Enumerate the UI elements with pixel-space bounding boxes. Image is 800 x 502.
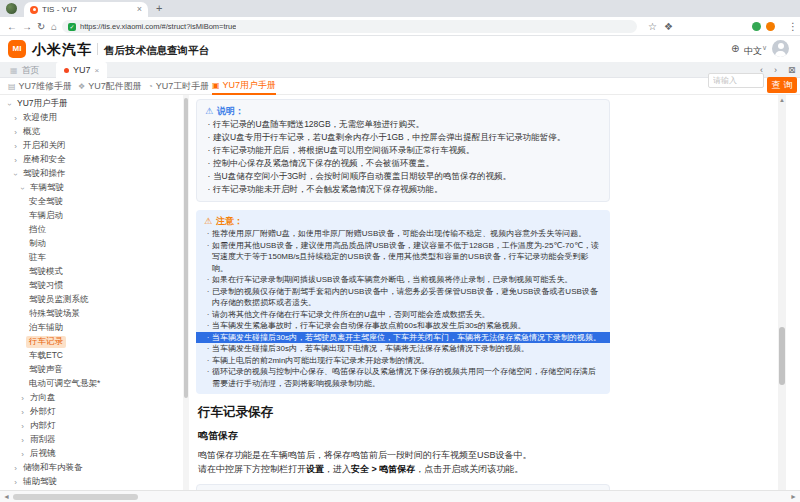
sidebar-item[interactable]: › YU7用户手册 [0, 97, 183, 111]
note-text: 行车记录功能开启后，将根据U盘可以用空间循环录制正常行车视频。 [213, 144, 474, 157]
sidebar-item[interactable]: › 驾驶声音 [0, 363, 183, 377]
search-input[interactable] [708, 73, 764, 88]
reload-icon[interactable]: ↻ [37, 20, 45, 33]
nav-repair-manual[interactable]: ▤ YU7维修手册 [8, 78, 72, 95]
sidebar-item[interactable]: › 车辆驾驶 [0, 181, 183, 195]
extensions-icon[interactable]: ❖ [664, 20, 673, 33]
warning-box: ⚠ 注意： · 推荐使用原厂附赠U盘，如使用非原厂附赠USB设备，可能会出现传输… [196, 210, 610, 394]
forward-icon[interactable]: → [22, 20, 32, 33]
sidebar-item[interactable]: › 概览 [0, 125, 183, 139]
browser-tab[interactable]: TIS - YU7 × [24, 2, 148, 17]
sidebar-item[interactable]: › 驾驶模式 [0, 265, 183, 279]
scrollbar-thumb[interactable] [779, 327, 785, 385]
sidebar-item[interactable]: › 驻车 [0, 251, 183, 265]
sidebar-item[interactable]: › 行车记录 [0, 335, 183, 349]
warning-bullet: · 循环记录的视频与控制中心保存、鸣笛保存以及紧急情况下保存的视频共用同一个存储… [204, 366, 602, 389]
chevron-right-icon: › [11, 464, 20, 473]
search-button[interactable]: 查询 [767, 77, 797, 93]
chevron-right-icon: › [11, 170, 20, 179]
language-switcher[interactable]: 中文 [744, 45, 762, 58]
sidebar-item[interactable]: › 后视镜 [0, 447, 183, 461]
nav-label: YU7维修手册 [19, 80, 73, 93]
close-icon[interactable]: × [95, 66, 100, 75]
sidebar-item[interactable]: › 雨刮器 [0, 433, 183, 447]
horizontal-scrollbar[interactable]: ◄ ► [0, 490, 800, 502]
user-avatar-icon[interactable] [772, 40, 789, 57]
address-bar[interactable]: ✓ https://tis.ev.xiaomi.com/#/struct?isM… [62, 20, 637, 33]
scrollbar-thumb[interactable] [184, 98, 188, 398]
extension-avatar-icon[interactable] [766, 22, 775, 31]
sidebar-item[interactable]: › 电动可调空气悬架* [0, 377, 183, 391]
close-all-tabs-icon[interactable]: ⊠ [788, 65, 796, 75]
chevron-right-icon: › [11, 128, 20, 137]
sidebar-item[interactable]: › 储物和车内装备 [0, 461, 183, 475]
sidebar-item-label: 驾驶模式 [26, 266, 66, 278]
nav-label: YU7用户手册 [223, 79, 277, 92]
tab-dot-icon [64, 68, 69, 73]
tab-home[interactable]: ▦ 首页 [2, 62, 48, 78]
chevron-right-icon: › [18, 422, 27, 431]
nav-labor-manual[interactable]: ◔ YU7工时手册 [148, 78, 209, 95]
warning-bullet: · 已录制的视频仅存储于副驾手套箱内的USB设备中，请您务必妥善保管USB设备，… [204, 286, 602, 309]
tab-home-label: 首页 [22, 64, 40, 77]
warning-text: 车辆上电后的前2min内可能出现行车记录未开始录制的情况。 [212, 355, 429, 367]
back-icon[interactable]: ← [7, 20, 17, 33]
bookmark-star-icon[interactable]: ☆ [648, 20, 657, 33]
url-text: https://tis.ev.xiaomi.com/#/struct?isMiB… [80, 22, 236, 31]
home-icon[interactable]: ⌂ [51, 20, 57, 33]
bullet-dot: · [205, 118, 213, 131]
new-tab-icon[interactable]: + [156, 2, 162, 14]
content-scrollbar[interactable]: ▲ [778, 95, 786, 490]
browser-menu-icon[interactable]: ⋮ [788, 20, 798, 33]
bullet-dot: · [204, 332, 212, 344]
scrollbar-thumb[interactable] [13, 494, 138, 500]
sidebar-item-label: 制动 [26, 238, 49, 250]
sidebar-item[interactable]: › 外部灯 [0, 405, 183, 419]
nav-label: YU7工时手册 [156, 80, 210, 93]
sidebar-item[interactable]: › 车辆启动 [0, 209, 183, 223]
sidebar-item[interactable]: › 开启和关闭 [0, 139, 183, 153]
sidebar-item[interactable]: › 座椅和安全 [0, 153, 183, 167]
sidebar-item-label: 方向盘 [27, 392, 59, 404]
browser-tab-title: TIS - YU7 [42, 5, 133, 14]
sidebar-item[interactable]: › 泊车辅助 [0, 321, 183, 335]
nav-user-manual[interactable]: ▣ YU7用户手册 [212, 78, 276, 95]
sidebar-item[interactable]: › 驾驶员监测系统 [0, 293, 183, 307]
chevron-right-icon: › [11, 156, 20, 165]
sidebar-item[interactable]: › 欢迎使用 [0, 111, 183, 125]
scroll-right-icon[interactable]: ► [790, 493, 797, 500]
note-box: ⚠ 说明： · 行车记录的U盘随车赠送128GB，无需您单独进行购买。 · 建议… [196, 99, 610, 202]
nav-parts-catalog[interactable]: ❖ YU7配件图册 [78, 78, 142, 95]
sidebar-item[interactable]: › 驾驶和操作 [0, 167, 183, 181]
sidebar-item[interactable]: › 特殊驾驶场景 [0, 307, 183, 321]
sidebar-item[interactable]: › 方向盘 [0, 391, 183, 405]
chevron-right-icon: › [18, 394, 27, 403]
site-security-shield-icon[interactable]: ✓ [68, 23, 76, 31]
sidebar-item-label: 驾驶和操作 [20, 168, 69, 180]
sidebar-item[interactable]: › 挡位 [0, 223, 183, 237]
note-text: 行车记录功能未开启时，不会触发紧急情况下保存视频功能。 [213, 183, 443, 196]
chevron-right-icon: › [11, 142, 20, 151]
tab-scroll-right-icon[interactable]: › [774, 65, 777, 75]
extension-avatar-icon[interactable] [752, 22, 761, 31]
subsection-title: 鸣笛保存 [198, 429, 778, 443]
browser-tabstrip: TIS - YU7 × + [0, 0, 800, 17]
note-bullet: · 行车记录的U盘随车赠送128GB，无需您单独进行购买。 [205, 118, 601, 131]
sidebar-item[interactable]: › 内部灯 [0, 419, 183, 433]
scroll-up-icon[interactable]: ▲ [778, 97, 786, 103]
sidebar-scrollbar[interactable] [183, 95, 189, 490]
sidebar-item[interactable]: › 驾驶习惯 [0, 279, 183, 293]
browser-profile-avatar[interactable] [6, 3, 17, 14]
sidebar-item[interactable]: › 制动 [0, 237, 183, 251]
chevron-right-icon: › [18, 184, 27, 193]
tab-yu7[interactable]: YU7 × [56, 62, 107, 78]
scroll-left-icon[interactable]: ◄ [3, 493, 10, 500]
sidebar-item[interactable]: › 车载ETC [0, 349, 183, 363]
sidebar-item[interactable]: › 辅助驾驶 [0, 475, 183, 489]
sidebar-item[interactable]: › 安全驾驶 [0, 195, 183, 209]
close-icon[interactable]: × [137, 5, 142, 14]
nav-label: YU7配件图册 [88, 80, 142, 93]
para-text: ，进入 [324, 464, 351, 474]
tab-yu7-label: YU7 [73, 65, 91, 75]
warning-bullet: · 当车辆发生碰撞后30s内，若车辆出现下电情况，车辆将无法保存紧急情况下录制的… [204, 343, 602, 355]
